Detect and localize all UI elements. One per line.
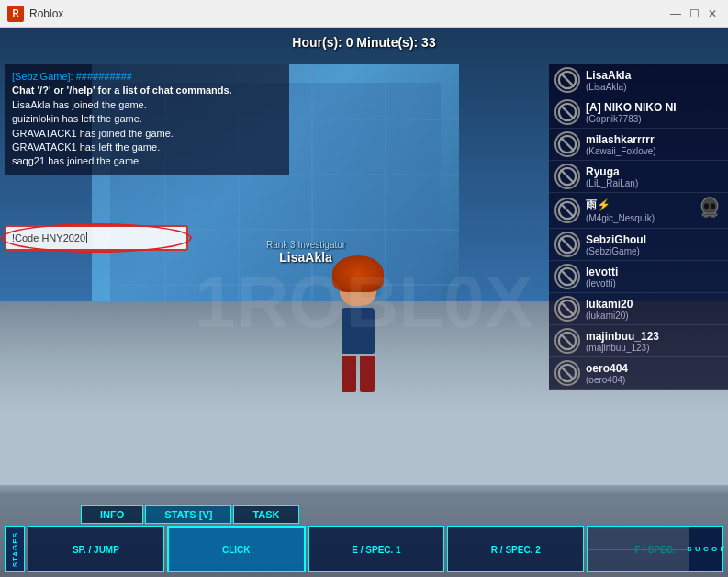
action-button-sp.-/-jump[interactable]: SP. / JUMP [28, 526, 164, 572]
stages-label: STAGES [5, 526, 25, 572]
svg-line-12 [561, 106, 575, 119]
player-display-name: SebziGhoul [586, 233, 722, 246]
player-username: (LiL_RaiLan) [586, 178, 722, 188]
tab-button-task[interactable]: TASK [233, 505, 298, 524]
char-right-leg [360, 356, 375, 392]
svg-line-18 [561, 204, 575, 218]
player-display-name: 雨⚡ [586, 198, 691, 213]
chat-join2: GRAVATACK1 has joined the game. [12, 127, 282, 141]
player-list-item: 雨⚡(M4gic_Nesquik) [549, 193, 728, 229]
player-info: Ryuga(LiL_RaiLan) [586, 165, 722, 188]
focus-panel: FOCUS [689, 526, 723, 572]
chat-input-box[interactable]: !Code HNY2020 [5, 225, 188, 251]
action-bar: STAGES SP. / JUMPCLICKE / SPEC. 1R / SPE… [5, 526, 723, 572]
player-block-icon [554, 232, 580, 257]
bottom-ui: INFOSTATS [V]TASK STAGES SP. / JUMPCLICK… [0, 485, 728, 577]
player-info: lukami20(lukami20) [586, 298, 722, 321]
maximize-button[interactable]: ☐ [686, 6, 702, 22]
player-block-icon [554, 99, 580, 125]
player-info: SebziGhoul(SebziGame) [586, 233, 722, 256]
player-display-name: milashkarrrrr [586, 133, 722, 146]
player-list-item: SebziGhoul(SebziGame) [549, 229, 728, 261]
window-title: Roblox [29, 7, 63, 20]
chat-input-container: !Code HNY2020 [5, 225, 188, 251]
player-list-item: oero404(oero404) [549, 357, 728, 390]
chat-help-line: Chat '/?' or '/help' for a list of chat … [12, 84, 282, 97]
player-info: oero404(oero404) [586, 362, 722, 385]
character-name: LisaAkla [266, 250, 345, 265]
player-character [321, 269, 395, 398]
player-username: (levotti) [586, 278, 722, 288]
character-label: Rank 3 Investigator LisaAkla [266, 240, 345, 265]
svg-line-30 [561, 302, 575, 316]
player-list-item: milashkarrrrr(Kawaii_Foxlove) [549, 129, 728, 161]
titlebar-buttons: — ☐ ✕ [667, 6, 721, 22]
roblox-icon: R [7, 6, 24, 22]
player-username: (oero404) [586, 375, 722, 385]
chat-box: [SebziGame]: ########## Chat '/?' or '/h… [5, 64, 289, 175]
player-block-icon [554, 328, 580, 354]
action-button-r-/-spec.-2[interactable]: R / SPEC. 2 [447, 526, 584, 572]
svg-rect-24 [702, 213, 717, 216]
player-block-icon [554, 264, 580, 289]
char-left-leg [342, 356, 356, 392]
player-display-name: majinbuu_123 [586, 330, 722, 343]
chat-input-text: !Code HNY2020 [12, 232, 85, 243]
player-list: LisaAkla(LisaAkla) [A] NIKO NIKO NI(Gopn… [549, 64, 728, 390]
player-block-icon [554, 164, 580, 189]
player-block-icon [554, 131, 580, 157]
svg-line-28 [561, 270, 575, 284]
chat-leave2: GRAVATACK1 has left the game. [12, 141, 282, 154]
player-display-name: [A] NIKO NIKO NI [586, 101, 722, 114]
player-list-item: LisaAkla(LisaAkla) [549, 64, 728, 96]
player-list-item: Ryuga(LiL_RaiLan) [549, 161, 728, 193]
player-block-icon [554, 198, 580, 223]
svg-line-10 [561, 74, 575, 87]
svg-point-23 [711, 203, 715, 209]
focus-label: FOCUS [686, 545, 727, 555]
player-info: majinbuu_123(majinbuu_123) [586, 330, 722, 353]
player-display-name: lukami20 [586, 298, 722, 311]
char-hair [332, 255, 384, 292]
player-username: (Kawaii_Foxlove) [586, 146, 722, 156]
player-list-item: lukami20(lukami20) [549, 293, 728, 325]
char-legs [321, 356, 395, 392]
player-username: (M4gic_Nesquik) [586, 213, 691, 223]
text-cursor [86, 232, 87, 243]
chat-special-line: [SebziGame]: ########## [12, 70, 282, 84]
titlebar-left: R Roblox [7, 6, 63, 22]
player-info: [A] NIKO NIKO NI(Gopnik7783) [586, 101, 722, 124]
player-info: 雨⚡(M4gic_Nesquik) [586, 198, 691, 223]
chat-leave1: guizinlokin has left the game. [12, 112, 282, 126]
game-timer: Hour(s): 0 Minute(s): 33 [292, 35, 435, 50]
player-info: LisaAkla(LisaAkla) [586, 69, 722, 92]
player-display-name: oero404 [586, 362, 722, 375]
titlebar: R Roblox — ☐ ✕ [0, 0, 728, 28]
player-block-icon [554, 67, 580, 93]
player-skull-icon [697, 196, 722, 225]
player-display-name: LisaAkla [586, 69, 722, 82]
svg-point-22 [704, 203, 709, 209]
player-display-name: Ryuga [586, 165, 722, 178]
player-username: (majinbuu_123) [586, 343, 722, 353]
tab-button-stats-[v][interactable]: STATS [V] [145, 505, 231, 524]
player-info: levotti(levotti) [586, 266, 722, 288]
svg-line-34 [561, 367, 575, 380]
player-info: milashkarrrrr(Kawaii_Foxlove) [586, 133, 722, 156]
player-list-item: majinbuu_123(majinbuu_123) [549, 325, 728, 357]
action-button-e-/-spec.-1[interactable]: E / SPEC. 1 [308, 526, 445, 572]
svg-line-16 [561, 170, 575, 184]
chat-join3: saqg21 has joined the game. [12, 154, 282, 168]
action-button-click[interactable]: CLICK [167, 526, 306, 572]
player-username: (LisaAkla) [586, 82, 722, 92]
player-list-item: levotti(levotti) [549, 261, 728, 293]
close-button[interactable]: ✕ [704, 6, 721, 22]
tab-button-info[interactable]: INFO [81, 505, 143, 524]
player-block-icon [554, 296, 580, 322]
player-username: (Gopnik7783) [586, 114, 722, 124]
svg-line-32 [561, 334, 575, 348]
character-rank: Rank 3 Investigator [266, 240, 345, 250]
game-viewport: 1ROBL0X Hour(s): 0 Minute(s): 33 [SebziG… [0, 28, 728, 577]
svg-line-14 [561, 138, 575, 152]
minimize-button[interactable]: — [667, 6, 684, 22]
